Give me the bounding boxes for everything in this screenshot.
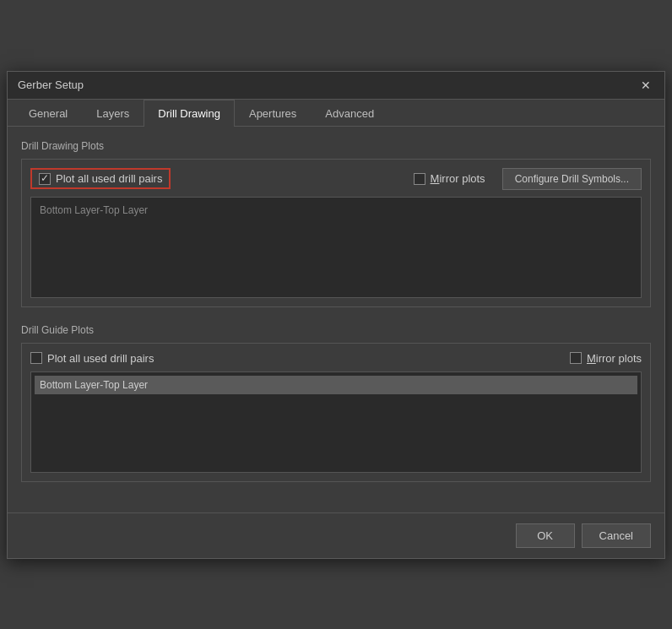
plot-all-highlight: Plot all used drill pairs — [30, 168, 171, 189]
dialog-title: Gerber Setup — [18, 79, 84, 91]
main-content: Drill Drawing Plots Plot all used drill … — [8, 127, 664, 512]
drill-guide-section: Drill Guide Plots Plot all used drill pa… — [21, 324, 651, 482]
drill-drawing-section: Drill Drawing Plots Plot all used drill … — [21, 140, 651, 307]
mirror-plots-checkbox-guide[interactable] — [570, 352, 582, 364]
drill-drawing-section-title: Drill Drawing Plots — [21, 140, 651, 152]
list-item[interactable]: Bottom Layer-Top Layer — [35, 201, 637, 220]
close-button[interactable]: ✕ — [637, 79, 654, 92]
drill-drawing-list: Bottom Layer-Top Layer — [30, 197, 642, 298]
gerber-setup-dialog: Gerber Setup ✕ General Layers Drill Draw… — [7, 71, 665, 559]
list-item[interactable]: Bottom Layer-Top Layer — [35, 376, 637, 394]
drill-guide-header-row: Plot all used drill pairs Mirror plots — [30, 352, 642, 365]
plot-all-drill-pairs-label[interactable]: Plot all used drill pairs — [39, 172, 162, 185]
title-bar: Gerber Setup ✕ — [8, 72, 664, 100]
plot-all-guide-label[interactable]: Plot all used drill pairs — [30, 352, 154, 365]
tab-bar: General Layers Drill Drawing Apertures A… — [8, 100, 664, 127]
cancel-button[interactable]: Cancel — [582, 523, 651, 548]
mirror-plots-label-guide[interactable]: Mirror plots — [570, 352, 642, 365]
tab-drill-drawing[interactable]: Drill Drawing — [144, 100, 235, 127]
tab-apertures[interactable]: Apertures — [235, 100, 311, 127]
ok-button[interactable]: OK — [516, 523, 575, 548]
dialog-footer: OK Cancel — [8, 512, 664, 558]
plot-all-drill-pairs-checkbox[interactable] — [39, 173, 51, 185]
tab-layers[interactable]: Layers — [82, 100, 144, 127]
plot-all-guide-text: Plot all used drill pairs — [47, 352, 154, 365]
plot-all-drill-pairs-text: Plot all used drill pairs — [56, 172, 162, 185]
tab-advanced[interactable]: Advanced — [311, 100, 388, 127]
plot-all-guide-checkbox[interactable] — [30, 352, 42, 364]
drill-guide-list: Bottom Layer-Top Layer — [30, 371, 642, 473]
drill-drawing-header-row: Plot all used drill pairs Mirror plots C… — [30, 168, 642, 190]
mirror-plots-label-drawing[interactable]: Mirror plots — [414, 172, 485, 185]
configure-drill-symbols-button[interactable]: Configure Drill Symbols... — [502, 168, 642, 190]
tab-general[interactable]: General — [14, 100, 82, 127]
drill-guide-section-title: Drill Guide Plots — [21, 324, 651, 336]
drill-guide-section-body: Plot all used drill pairs Mirror plots B… — [21, 343, 651, 482]
mirror-plots-checkbox-drawing[interactable] — [414, 173, 425, 185]
mirror-plots-text-guide: Mirror plots — [587, 352, 642, 365]
mirror-plots-text-drawing: Mirror plots — [431, 172, 485, 185]
drill-drawing-section-body: Plot all used drill pairs Mirror plots C… — [21, 159, 651, 307]
